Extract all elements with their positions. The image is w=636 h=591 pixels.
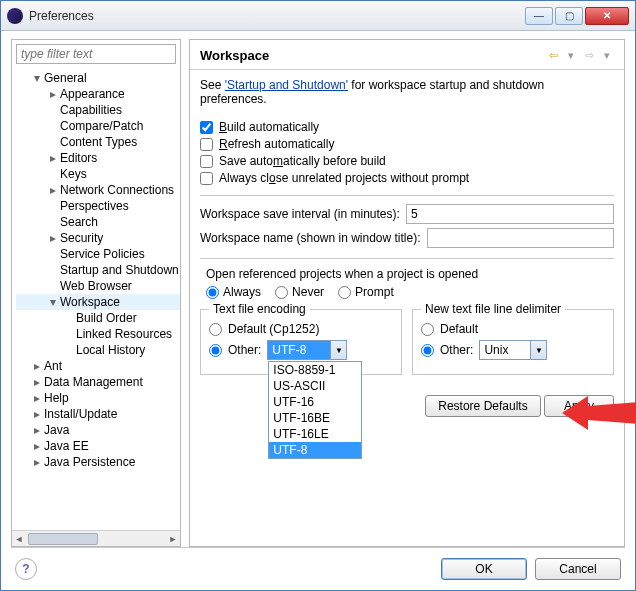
encoding-other-radio[interactable] bbox=[209, 344, 222, 357]
scroll-left-icon[interactable]: ◄ bbox=[12, 531, 26, 547]
refresh-automatically-checkbox[interactable] bbox=[200, 138, 213, 151]
tree-item[interactable]: ▸Data Management bbox=[16, 374, 180, 390]
encoding-default-radio[interactable] bbox=[209, 323, 222, 336]
window-title: Preferences bbox=[29, 9, 523, 23]
titlebar: Preferences — ▢ ✕ bbox=[1, 1, 635, 31]
tree-item[interactable]: Startup and Shutdown bbox=[16, 262, 180, 278]
scroll-right-icon[interactable]: ► bbox=[166, 531, 180, 547]
encoding-fieldset: Text file encoding Default (Cp1252) Othe… bbox=[200, 309, 402, 375]
cancel-button[interactable]: Cancel bbox=[535, 558, 621, 580]
save-before-build-checkbox[interactable] bbox=[200, 155, 213, 168]
tree-item[interactable]: ▸Network Connections bbox=[16, 182, 180, 198]
encoding-dropdown-list[interactable]: ISO-8859-1US-ASCIIUTF-16UTF-16BEUTF-16LE… bbox=[268, 361, 362, 459]
preferences-tree[interactable]: ▾General▸AppearanceCapabilitiesCompare/P… bbox=[12, 68, 180, 530]
minimize-button[interactable]: — bbox=[525, 7, 553, 25]
forward-icon[interactable]: ⇨ bbox=[582, 49, 596, 63]
view-menu-icon[interactable]: ▾ bbox=[600, 49, 614, 63]
tree-item[interactable]: Web Browser bbox=[16, 278, 180, 294]
encoding-option[interactable]: UTF-8 bbox=[269, 442, 361, 458]
help-icon[interactable]: ? bbox=[15, 558, 37, 580]
referenced-projects-label: Open referenced projects when a project … bbox=[206, 267, 614, 281]
tree-item[interactable]: Service Policies bbox=[16, 246, 180, 262]
tree-item[interactable]: ▸Java EE bbox=[16, 438, 180, 454]
newline-default-radio[interactable] bbox=[421, 323, 434, 336]
dialog-footer: ? OK Cancel bbox=[11, 547, 625, 580]
filter-input[interactable] bbox=[16, 44, 176, 64]
tree-item[interactable]: ▾General bbox=[16, 70, 180, 86]
newline-other-radio[interactable] bbox=[421, 344, 434, 357]
tree-item[interactable]: Capabilities bbox=[16, 102, 180, 118]
ok-button[interactable]: OK bbox=[441, 558, 527, 580]
save-interval-label: Workspace save interval (in minutes): bbox=[200, 207, 400, 221]
app-icon bbox=[7, 8, 23, 24]
scroll-thumb[interactable] bbox=[28, 533, 98, 545]
startup-shutdown-link[interactable]: 'Startup and Shutdown' bbox=[225, 78, 348, 92]
tree-item[interactable]: Linked Resources bbox=[16, 326, 180, 342]
save-interval-input[interactable] bbox=[406, 204, 614, 224]
encoding-option[interactable]: US-ASCII bbox=[269, 378, 361, 394]
chevron-down-icon[interactable]: ▼ bbox=[530, 341, 546, 359]
tree-item[interactable]: Search bbox=[16, 214, 180, 230]
close-unrelated-checkbox[interactable] bbox=[200, 172, 213, 185]
see-also-text: See 'Startup and Shutdown' for workspace… bbox=[200, 78, 614, 106]
back-menu-icon[interactable]: ▾ bbox=[564, 49, 578, 63]
tree-item[interactable]: Compare/Patch bbox=[16, 118, 180, 134]
ref-always-radio[interactable]: Always bbox=[206, 285, 261, 299]
encoding-option[interactable]: UTF-16LE bbox=[269, 426, 361, 442]
settings-panel: Workspace ⇦ ▾ ⇨ ▾ See 'Startup and Shutd… bbox=[189, 39, 625, 547]
maximize-button[interactable]: ▢ bbox=[555, 7, 583, 25]
workspace-name-label: Workspace name (shown in window title): bbox=[200, 231, 421, 245]
tree-item[interactable]: ▸Appearance bbox=[16, 86, 180, 102]
ref-never-radio[interactable]: Never bbox=[275, 285, 324, 299]
tree-item[interactable]: ▸Ant bbox=[16, 358, 180, 374]
tree-item[interactable]: ▸Java Persistence bbox=[16, 454, 180, 470]
tree-item[interactable]: ▸Java bbox=[16, 422, 180, 438]
newline-combo[interactable]: Unix ▼ bbox=[479, 340, 547, 360]
tree-item[interactable]: Content Types bbox=[16, 134, 180, 150]
tree-item[interactable]: ▸Help bbox=[16, 390, 180, 406]
encoding-option[interactable]: ISO-8859-1 bbox=[269, 362, 361, 378]
chevron-down-icon[interactable]: ▼ bbox=[330, 341, 346, 359]
horizontal-scrollbar[interactable]: ◄ ► bbox=[12, 530, 180, 546]
build-automatically-checkbox[interactable] bbox=[200, 121, 213, 134]
restore-defaults-button[interactable]: Restore Defaults bbox=[425, 395, 540, 417]
tree-panel: ▾General▸AppearanceCapabilitiesCompare/P… bbox=[11, 39, 181, 547]
tree-item[interactable]: ▸Security bbox=[16, 230, 180, 246]
page-title: Workspace bbox=[200, 48, 542, 63]
tree-item[interactable]: ▾Workspace bbox=[16, 294, 180, 310]
tree-item[interactable]: Perspectives bbox=[16, 198, 180, 214]
newline-fieldset: New text file line delimiter Default Oth… bbox=[412, 309, 614, 375]
back-icon[interactable]: ⇦ bbox=[546, 49, 560, 63]
workspace-name-input[interactable] bbox=[427, 228, 614, 248]
tree-item[interactable]: Local History bbox=[16, 342, 180, 358]
encoding-option[interactable]: UTF-16BE bbox=[269, 410, 361, 426]
tree-item[interactable]: ▸Editors bbox=[16, 150, 180, 166]
tree-item[interactable]: ▸Install/Update bbox=[16, 406, 180, 422]
tree-item[interactable]: Keys bbox=[16, 166, 180, 182]
close-button[interactable]: ✕ bbox=[585, 7, 629, 25]
encoding-combo[interactable]: UTF-8 ▼ ISO-8859-1US-ASCIIUTF-16UTF-16BE… bbox=[267, 340, 347, 360]
preferences-dialog: Preferences — ▢ ✕ ▾General▸AppearanceCap… bbox=[0, 0, 636, 591]
apply-button[interactable]: Apply bbox=[544, 395, 614, 417]
ref-prompt-radio[interactable]: Prompt bbox=[338, 285, 394, 299]
encoding-option[interactable]: UTF-16 bbox=[269, 394, 361, 410]
tree-item[interactable]: Build Order bbox=[16, 310, 180, 326]
